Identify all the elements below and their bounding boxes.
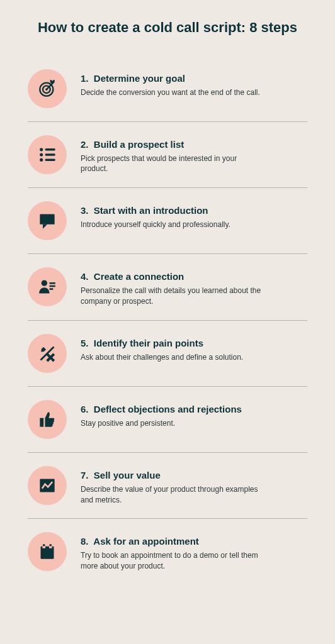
step-desc: Introduce yourself quickly and professio… — [81, 219, 263, 230]
step-desc: Ask about their challenges and define a … — [81, 352, 263, 363]
svg-point-5 — [40, 158, 43, 161]
step-3: 3. Start with an introduction Introduce … — [28, 188, 307, 254]
svg-rect-11 — [50, 282, 55, 284]
svg-rect-6 — [45, 148, 55, 151]
svg-rect-7 — [45, 153, 55, 156]
step-body: 6. Deflect objections and rejections Sta… — [81, 400, 307, 429]
step-body: 3. Start with an introduction Introduce … — [81, 201, 307, 230]
chart-icon — [28, 466, 67, 505]
svg-rect-8 — [45, 158, 55, 161]
target-icon — [28, 69, 67, 108]
step-heading: 1. Determine your goal — [81, 73, 307, 84]
step-body: 1. Determine your goal Decide the conver… — [81, 69, 307, 98]
step-desc: Describe the value of your product throu… — [81, 484, 263, 506]
step-2: 2. Build a prospect list Pick prospects … — [28, 122, 307, 189]
slash-icon — [28, 334, 67, 373]
steps-list: 1. Determine your goal Decide the conver… — [28, 56, 307, 585]
chat-icon — [28, 201, 67, 240]
step-heading: 5. Identify their pain points — [81, 338, 307, 348]
step-heading: 2. Build a prospect list — [81, 139, 307, 150]
step-heading: 4. Create a connection — [81, 271, 307, 282]
step-heading: 3. Start with an introduction — [81, 205, 307, 216]
list-icon — [28, 135, 67, 174]
step-desc: Stay positive and persistent. — [81, 418, 263, 429]
step-6: 6. Deflect objections and rejections Sta… — [28, 387, 307, 453]
page-title: How to create a cold call script: 8 step… — [28, 19, 307, 37]
step-7: 7. Sell your value Describe the value of… — [28, 453, 307, 519]
thumb-icon — [28, 400, 67, 439]
step-body: 5. Identify their pain points Ask about … — [81, 334, 307, 363]
svg-point-10 — [42, 280, 47, 286]
svg-point-3 — [40, 148, 43, 151]
step-1: 1. Determine your goal Decide the conver… — [28, 56, 307, 122]
svg-rect-12 — [50, 286, 55, 287]
step-heading: 7. Sell your value — [81, 470, 307, 480]
svg-rect-9 — [40, 214, 54, 225]
step-desc: Personalize the call with details you le… — [81, 286, 263, 307]
svg-rect-20 — [49, 547, 52, 549]
step-4: 4. Create a connection Personalize the c… — [28, 254, 307, 321]
step-5: 5. Identify their pain points Ask about … — [28, 321, 307, 387]
svg-rect-16 — [41, 547, 54, 559]
step-body: 8. Ask for an appointment Try to book an… — [81, 532, 307, 572]
step-heading: 6. Deflect objections and rejections — [81, 404, 307, 414]
svg-rect-19 — [42, 547, 45, 549]
step-body: 2. Build a prospect list Pick prospects … — [81, 135, 307, 175]
step-desc: Try to book an appointment to do a demo … — [81, 550, 263, 572]
step-8: 8. Ask for an appointment Try to book an… — [28, 519, 307, 585]
step-heading: 8. Ask for an appointment — [81, 536, 307, 547]
step-body: 4. Create a connection Personalize the c… — [81, 267, 307, 307]
calendar-icon — [28, 532, 67, 571]
svg-rect-14 — [40, 418, 43, 426]
svg-rect-13 — [50, 289, 54, 291]
step-body: 7. Sell your value Describe the value of… — [81, 466, 307, 506]
step-desc: Decide the conversion you want at the en… — [81, 87, 263, 98]
step-desc: Pick prospects that would be interested … — [81, 153, 263, 175]
svg-point-4 — [40, 153, 43, 156]
person-icon — [28, 267, 67, 306]
